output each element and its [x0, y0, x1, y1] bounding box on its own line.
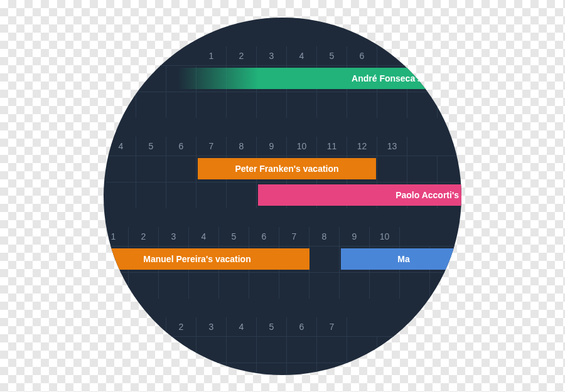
day-header-cell: 13 [377, 137, 407, 156]
day-header-cell: 7 [317, 317, 347, 336]
day-header-cell: 2 [129, 227, 159, 246]
day-header-cell: 6 [287, 317, 317, 336]
day-header-cell: 7 [279, 227, 309, 246]
day-header-cell: 8 [227, 137, 257, 156]
scheduler-circle-viewport: 1 2 3 4 5 6 André Fonseca's vacation 4 5… [104, 18, 461, 375]
day-header-row: 1 2 3 4 5 6 7 8 9 10 [104, 227, 461, 246]
day-header-cell: 5 [317, 46, 347, 65]
day-header-cell: 12 [347, 137, 377, 156]
day-header-cell: 11 [317, 137, 347, 156]
day-header-cell: 2 [166, 317, 196, 336]
event-bar-peter-franken[interactable]: Peter Franken's vacation [198, 158, 376, 179]
day-header-cell: 4 [227, 317, 257, 336]
day-header-cell: 4 [189, 227, 219, 246]
day-header-cell: 1 [196, 46, 227, 65]
day-header-cell: 5 [257, 317, 287, 336]
day-header-cell: 3 [257, 46, 287, 65]
day-header-cell: 3 [196, 317, 227, 336]
day-header-row: 4 5 6 7 8 9 10 11 12 13 [106, 137, 461, 156]
event-bar-paolo-accorti[interactable]: Paolo Accorti's [258, 184, 461, 206]
event-bar-ma[interactable]: Ma [341, 248, 461, 270]
day-header-cell: 9 [257, 137, 287, 156]
day-header-cell: 8 [309, 227, 340, 246]
day-header-cell: 7 [196, 137, 227, 156]
day-header-cell: 10 [287, 137, 317, 156]
day-header-cell: 10 [370, 227, 400, 246]
scheduler-row [196, 92, 461, 118]
day-header-cell: 5 [219, 227, 249, 246]
day-header-cell: 6 [347, 46, 377, 65]
day-header-cell: 4 [287, 46, 317, 65]
day-header-cell: 6 [166, 137, 196, 156]
event-bar-manuel-pereira[interactable]: Manuel Pereira's vacation [104, 248, 309, 270]
scheduler-row [104, 272, 461, 299]
day-header-cell: 3 [159, 227, 189, 246]
day-header-cell: 6 [249, 227, 279, 246]
day-header-cell: 5 [136, 137, 166, 156]
day-header-cell: 9 [340, 227, 370, 246]
day-header-cell: 2 [227, 46, 257, 65]
